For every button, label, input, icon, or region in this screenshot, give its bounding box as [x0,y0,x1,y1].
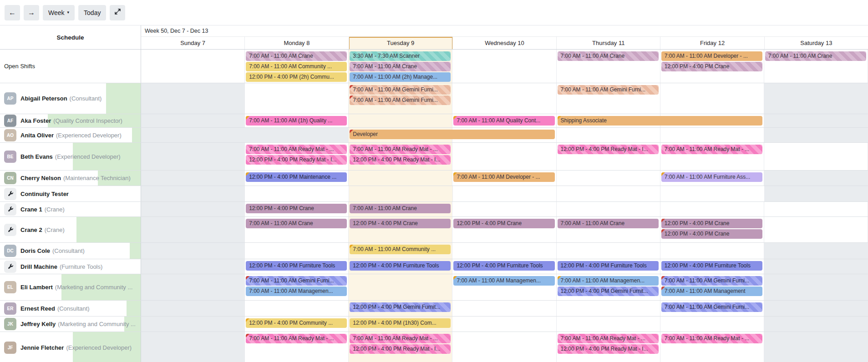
shift-bar[interactable]: 12:00 PM - 4:00 PM Furniture Tools [350,261,451,271]
day-cell[interactable] [660,243,764,259]
day-cell[interactable] [141,143,245,170]
day-cell[interactable] [452,332,556,362]
shift-bar[interactable]: 7:00 AM - 11:00 AM Crane [558,51,659,61]
day-cell[interactable] [349,114,452,127]
shift-bar[interactable]: 7:00 AM - 11:00 AM Developer - ... [661,51,762,61]
shift-bar[interactable]: 12:00 PM - 4:00 PM (2h) Commu... [246,72,347,82]
shift-bar[interactable]: 7:00 AM - 11:00 AM Managemen... [246,287,347,296]
day-header[interactable]: Saturday 13 [765,37,868,49]
day-cell[interactable] [452,202,556,216]
day-cell[interactable] [764,171,868,186]
shift-bar[interactable]: 7:00 AM - 11:00 AM Crane [350,62,451,71]
day-cell[interactable] [245,128,349,142]
shift-bar[interactable]: 7:00 AM - 11:00 AM Ready Mat - ... [661,334,762,343]
day-header[interactable]: Friday 12 [660,37,764,49]
shift-bar[interactable]: 7:00 AM - 11:00 AM Gemini Furni... [246,276,347,286]
day-header[interactable]: Tuesday 9 [349,37,453,49]
day-cell[interactable] [557,202,660,216]
expand-button[interactable] [110,5,125,20]
shift-bar[interactable]: 7:00 AM - 11:00 AM Crane [246,51,347,61]
shift-bar[interactable]: 12:00 PM - 4:00 PM Maintenance ... [246,172,347,182]
day-cell[interactable] [141,301,245,316]
shift-bar[interactable]: 7:00 AM - 11:00 AM Ready Mat - ... [661,145,762,154]
day-cell[interactable] [141,114,245,127]
shift-bar[interactable]: 7:00 AM - 11:00 AM Community ... [246,62,347,71]
day-cell[interactable] [452,83,556,114]
day-cell[interactable] [660,83,764,114]
day-header[interactable]: Thursday 11 [557,37,660,49]
day-cell[interactable] [764,243,868,259]
shift-bar[interactable]: 12:00 PM - 4:00 PM Crane [661,229,762,239]
day-cell[interactable] [765,186,868,201]
shift-bar[interactable]: 7:00 AM - 11:00 AM Crane [765,51,866,61]
day-cell[interactable] [141,171,245,186]
day-cell[interactable] [245,186,349,201]
day-cell[interactable] [349,186,453,201]
shift-bar[interactable]: Shipping Associate [558,116,762,126]
prev-week-button[interactable]: ← [5,5,20,20]
day-cell[interactable] [764,317,868,332]
resource-cell[interactable]: AO Anita Oliver (Experienced Developer) [0,128,141,142]
shift-bar[interactable]: 7:00 AM - 11:00 AM Quality Cont... [453,116,554,126]
day-cell[interactable] [660,128,764,142]
shift-bar[interactable]: 7:00 AM - 11:00 AM Gemini Furni... [661,276,762,286]
day-cell[interactable] [764,114,868,127]
day-cell[interactable] [141,332,245,362]
day-header[interactable]: Monday 8 [245,37,349,49]
shift-bar[interactable]: 7:00 AM - 11:00 AM Developer - ... [453,172,554,182]
shift-bar[interactable]: 12:00 PM - 4:00 PM Ready Mat - I... [558,344,659,354]
day-cell[interactable] [349,171,452,186]
resource-cell[interactable]: DC Doris Cole (Consultant) [0,243,141,259]
next-week-button[interactable]: → [24,5,39,20]
shift-bar[interactable]: 7:00 AM - 11:00 AM Furniture Ass... [661,172,762,182]
resource-cell[interactable]: AF Aka Foster (Quality Control Inspector… [0,114,141,127]
shift-bar[interactable]: 12:00 PM - 4:00 PM Community ... [246,318,347,328]
shift-bar[interactable]: 12:00 PM - 4:00 PM (1h30) Com... [350,318,451,328]
resource-cell[interactable]: CN Cherry Nelson (Maintenance Technician… [0,171,141,186]
resource-cell[interactable]: Open Shifts [0,50,141,83]
shift-bar[interactable]: 7:00 AM - 11:00 AM Gemini Furni... [350,96,451,105]
resource-cell[interactable]: Crane 1 (Crane) [0,202,141,216]
resource-cell[interactable]: JF Jennie Fletcher (Experienced Develope… [0,332,141,362]
day-cell[interactable] [349,274,452,300]
shift-bar[interactable]: 12:00 PM - 4:00 PM Furniture Tools [246,261,347,271]
resource-cell[interactable]: AP Abigail Peterson (Consultant) [0,83,141,114]
shift-bar[interactable]: 7:00 AM - 11:00 AM Ready Mat - ... [558,334,659,343]
day-cell[interactable] [452,50,556,83]
day-cell[interactable] [660,202,764,216]
day-cell[interactable] [764,332,868,362]
shift-bar[interactable]: 12:00 PM - 4:00 PM Crane [661,62,762,71]
day-cell[interactable] [764,202,868,216]
shift-bar[interactable]: 12:00 PM - 4:00 PM Crane [661,219,762,228]
day-cell[interactable] [764,217,868,242]
day-cell[interactable] [557,128,660,142]
day-cell[interactable] [245,243,349,259]
view-select-button[interactable]: Week ▾ [43,5,75,20]
day-cell[interactable] [452,243,556,259]
shift-bar[interactable]: 7:00 AM - 11:00 AM Gemini Furni... [558,85,659,95]
day-cell[interactable] [141,317,245,332]
day-cell[interactable] [141,217,245,242]
shift-bar[interactable]: 12:00 PM - 4:00 PM Gemini Furnit... [558,287,659,296]
shift-bar[interactable]: 7:00 AM - 11:00 AM Community ... [350,245,451,254]
day-cell[interactable] [764,83,868,114]
day-cell[interactable] [660,317,764,332]
resource-cell[interactable]: Crane 2 (Crane) [0,217,141,242]
day-cell[interactable] [141,202,245,216]
today-button[interactable]: Today [78,5,106,20]
shift-bar[interactable]: 12:00 PM - 4:00 PM Ready Mat - I... [558,145,659,154]
day-cell[interactable] [764,274,868,300]
shift-bar[interactable]: 7:00 AM - 11:00 AM (1h) Quality ... [246,116,347,126]
day-header[interactable]: Sunday 7 [141,37,245,49]
resource-cell[interactable]: Drill Machine (Furniture Tools) [0,259,141,274]
resource-cell[interactable]: EL Eli Lambert (Marketing and Community … [0,274,141,300]
day-cell[interactable] [764,143,868,170]
shift-bar[interactable]: 12:00 PM - 4:00 PM Gemini Furnit... [350,302,451,312]
shift-bar[interactable]: 3:30 AM - 7:30 AM Scanner [350,51,451,61]
day-cell[interactable] [660,186,764,201]
shift-bar[interactable]: 12:00 PM - 4:00 PM Furniture Tools [661,261,762,271]
day-cell[interactable] [557,171,660,186]
shift-bar[interactable]: 12:00 PM - 4:00 PM Furniture Tools [453,261,554,271]
shift-bar[interactable]: 7:00 AM - 11:00 AM Ready Mat - ... [350,334,451,343]
shift-bar[interactable]: 7:00 AM - 11:00 AM (2h) Manage... [350,72,451,82]
